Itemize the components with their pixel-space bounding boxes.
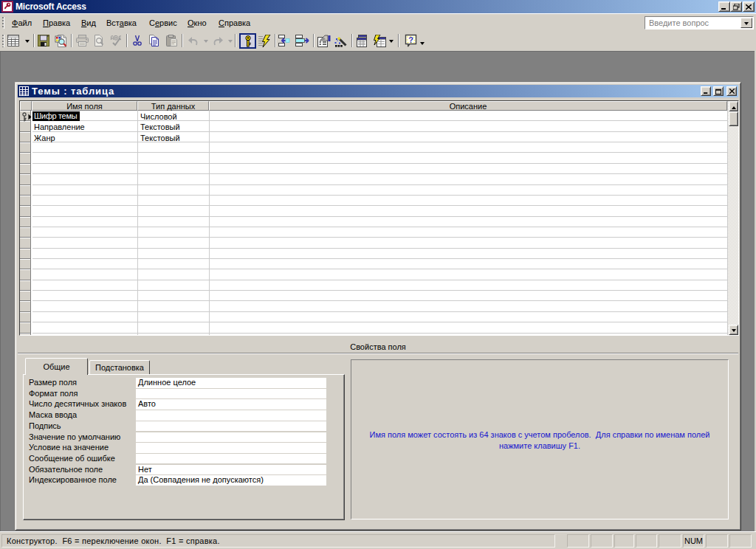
svg-text:?: ? [408, 35, 413, 44]
